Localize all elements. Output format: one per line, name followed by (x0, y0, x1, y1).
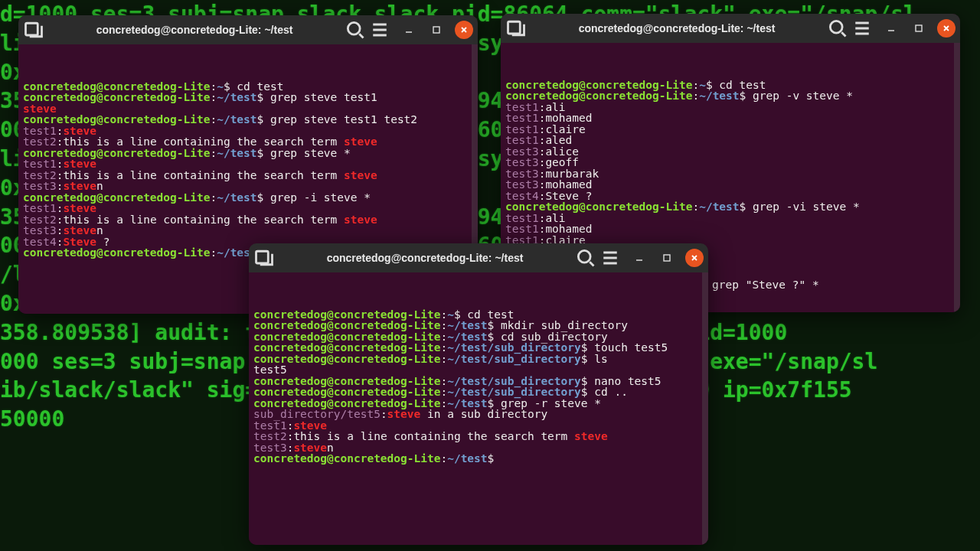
close-button[interactable] (937, 19, 956, 37)
scrollbar[interactable] (954, 43, 960, 312)
terminal-line: concretedog@concretedog-Lite:~/test$ gre… (505, 90, 956, 102)
svg-rect-3 (508, 21, 521, 34)
close-button[interactable] (455, 21, 473, 39)
terminal-line: test2:this is a line containing the sear… (253, 431, 704, 442)
terminal-line: concretedog@concretedog-Lite:~/test$ (253, 453, 704, 465)
terminal-line: test2:this is a line containing the sear… (23, 136, 473, 148)
terminal-line: test3:alice (505, 146, 956, 158)
terminal-line: concretedog@concretedog-Lite:~/test$ gre… (23, 114, 473, 126)
terminal-line: test3:mohamed (505, 179, 956, 191)
terminal-line: concretedog@concretedog-Lite:~/test/sub_… (253, 386, 704, 398)
svg-point-7 (578, 250, 590, 262)
maximize-button[interactable] (910, 19, 928, 37)
terminal-line: test3:steven (23, 181, 473, 192)
terminal-line: test1:claire (505, 124, 956, 135)
svg-rect-0 (26, 23, 38, 35)
terminal-line: concretedog@concretedog-Lite:~/test/sub_… (253, 354, 704, 365)
terminal-line: test1:steve (23, 158, 473, 170)
terminal-line: concretedog@concretedog-Lite:~/test$ mkd… (253, 320, 704, 331)
terminal-line: concretedog@concretedog-Lite:~$ cd test (505, 80, 956, 91)
search-button[interactable] (575, 247, 596, 269)
terminal-body[interactable]: concretedog@concretedog-Lite:~$ cd testc… (249, 272, 708, 545)
terminal-line: concretedog@concretedog-Lite:~/test$ cd … (253, 331, 704, 343)
menu-button[interactable] (599, 247, 621, 269)
window-title: concretedog@concretedog-Lite: ~/test (47, 24, 341, 36)
terminal-line: concretedog@concretedog-Lite:~/test$ gre… (505, 201, 956, 213)
terminal-line: concretedog@concretedog-Lite:~/test/sub_… (253, 342, 704, 354)
terminal-line: test1:ali (505, 102, 956, 113)
minimize-button[interactable] (630, 249, 648, 267)
search-button[interactable] (827, 18, 848, 39)
terminal-line: test3:geoff (505, 157, 956, 168)
terminal-line: concretedog@concretedog-Lite:~/test$ gre… (23, 192, 473, 204)
terminal-line: test1:aled (505, 135, 956, 146)
scrollbar[interactable] (702, 272, 708, 545)
new-tab-button[interactable] (23, 19, 44, 41)
titlebar[interactable]: concretedog@concretedog-Lite: ~/test (18, 15, 478, 44)
terminal-line: test1:steve (23, 126, 473, 137)
terminal-line: test3:steven (23, 225, 473, 236)
svg-rect-2 (433, 27, 439, 33)
svg-rect-6 (256, 251, 269, 263)
window-title: concretedog@concretedog-Lite: ~/test (530, 22, 824, 34)
terminal-line: concretedog@concretedog-Lite:~/test/sub_… (253, 376, 704, 387)
terminal-line: test1:ali (505, 213, 956, 224)
terminal-line: steve (23, 103, 473, 115)
terminal-line: test3:murbarak (505, 168, 956, 180)
terminal-line: sub_directory/test5:steve in a sub direc… (253, 409, 704, 420)
minimize-button[interactable] (400, 21, 418, 39)
terminal-line: test4:Steve ? (505, 191, 956, 202)
new-tab-button[interactable] (253, 247, 275, 269)
minimize-button[interactable] (882, 19, 900, 37)
terminal-line: test2:this is a line containing the sear… (23, 170, 473, 181)
terminal-line: concretedog@concretedog-Lite:~/test$ gre… (253, 398, 704, 409)
svg-point-1 (348, 22, 360, 34)
window-title: concretedog@concretedog-Lite: ~/test (278, 252, 572, 264)
menu-button[interactable] (369, 19, 390, 41)
maximize-button[interactable] (427, 21, 446, 39)
maximize-button[interactable] (658, 249, 676, 267)
titlebar[interactable]: concretedog@concretedog-Lite: ~/test (501, 14, 960, 43)
svg-rect-8 (664, 255, 670, 261)
terminal-line: test1:mohamed (505, 112, 956, 124)
terminal-line: test1:steve (253, 420, 704, 432)
menu-button[interactable] (851, 18, 873, 39)
terminal-line: concretedog@concretedog-Lite:~$ cd test (23, 81, 473, 93)
terminal-line: test1:mohamed (505, 223, 956, 235)
terminal-window-front: concretedog@concretedog-Lite: ~/test con… (249, 243, 708, 545)
terminal-line: test3:steven (253, 442, 704, 454)
terminal-line: test2:this is a line containing the sear… (23, 214, 473, 226)
terminal-line: test1:steve (23, 203, 473, 214)
titlebar[interactable]: concretedog@concretedog-Lite: ~/test (249, 243, 708, 272)
terminal-line: concretedog@concretedog-Lite:~/test$ gre… (23, 92, 473, 103)
terminal-line: test5 (253, 364, 704, 376)
new-tab-button[interactable] (505, 18, 527, 39)
svg-point-4 (830, 21, 842, 33)
close-button[interactable] (685, 249, 704, 267)
search-button[interactable] (345, 19, 366, 41)
svg-rect-5 (916, 25, 922, 31)
terminal-line: concretedog@concretedog-Lite:~/test$ gre… (23, 148, 473, 159)
terminal-line: concretedog@concretedog-Lite:~$ cd test (253, 309, 704, 321)
